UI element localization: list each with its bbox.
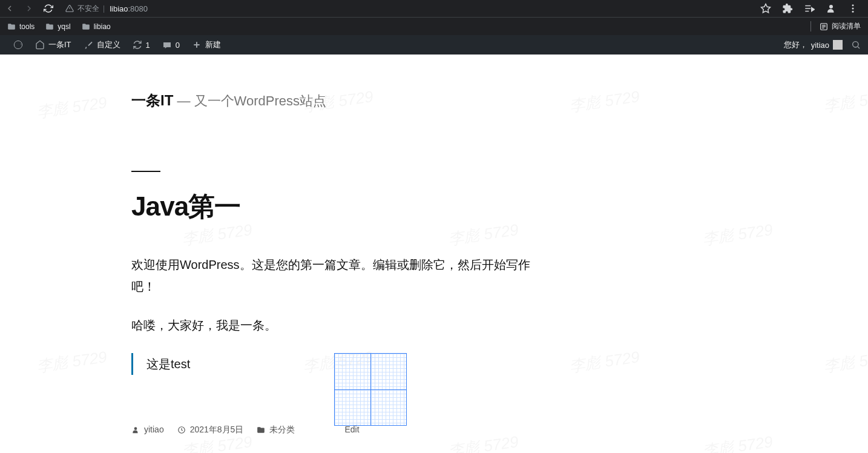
meta-date-value: 2021年8月5日 xyxy=(190,422,244,437)
clock-icon xyxy=(177,426,186,434)
meta-author-value: yitiao xyxy=(144,422,164,437)
content-area: 李彪 5729 李彪 5729 李彪 5729 李彪 5729 李彪 5729 … xyxy=(0,55,868,453)
wp-admin-left: 一条IT 自定义 1 0 新建 xyxy=(7,35,227,55)
grid-placeholder xyxy=(334,353,407,426)
insecure-badge: 不安全 | xyxy=(65,4,105,14)
folder-icon xyxy=(257,426,265,434)
wp-comments-count: 0 xyxy=(176,41,180,50)
menu-icon[interactable] xyxy=(847,3,858,14)
watermark: 李彪 5729 xyxy=(35,92,108,123)
wp-site-link[interactable]: 一条IT xyxy=(29,35,77,55)
reading-list-label: 阅读清单 xyxy=(832,21,861,31)
playlist-icon[interactable] xyxy=(804,3,815,14)
wp-new-link[interactable]: 新建 xyxy=(186,35,227,55)
bookmark-libiao[interactable]: libiao xyxy=(82,22,111,31)
watermark: 李彪 5729 xyxy=(822,346,868,377)
post-divider xyxy=(131,171,160,172)
warning-icon xyxy=(65,4,74,13)
brush-icon xyxy=(84,40,93,50)
browser-toolbar: 不安全 | libiao:8080 xyxy=(0,0,868,17)
wp-logo-button[interactable] xyxy=(7,35,29,55)
bookmark-label: yqsl xyxy=(58,22,70,31)
home-icon xyxy=(35,40,45,50)
site-tagline: 又一个WordPress站点 xyxy=(194,93,326,108)
wp-comments-link[interactable]: 0 xyxy=(156,35,186,55)
post-paragraph: 哈喽，大家好，我是一条。 xyxy=(131,314,543,336)
wordpress-icon xyxy=(13,40,23,50)
comment-icon xyxy=(162,40,172,50)
wp-updates-link[interactable]: 1 xyxy=(127,35,156,55)
wp-customize-link[interactable]: 自定义 xyxy=(77,35,127,55)
reload-icon[interactable] xyxy=(44,4,53,13)
wp-site-name: 一条IT xyxy=(48,39,71,50)
meta-date[interactable]: 2021年8月5日 xyxy=(177,422,244,437)
bookmarks-bar: tools yqsl libiao 阅读清单 xyxy=(0,17,868,35)
svg-point-7 xyxy=(829,5,833,8)
meta-category-value: 未分类 xyxy=(269,422,295,437)
back-icon[interactable] xyxy=(5,4,15,13)
meta-category[interactable]: 未分类 xyxy=(257,422,295,437)
wp-admin-right: 您好， yitiao xyxy=(778,35,861,55)
site-tagline-sep: — xyxy=(173,93,194,108)
update-icon xyxy=(133,40,142,50)
bookmark-tools[interactable]: tools xyxy=(7,22,35,31)
forward-icon[interactable] xyxy=(24,4,34,13)
svg-point-10 xyxy=(852,11,854,13)
bookmark-label: libiao xyxy=(94,22,111,31)
wp-customize-label: 自定义 xyxy=(97,39,120,50)
reading-list-button[interactable]: 阅读清单 xyxy=(810,21,861,31)
reading-list-icon xyxy=(820,22,828,31)
watermark: 李彪 5729 xyxy=(822,86,868,117)
watermark: 李彪 5729 xyxy=(35,346,108,377)
search-icon[interactable] xyxy=(851,40,861,50)
folder-icon xyxy=(7,22,16,31)
person-icon xyxy=(131,426,140,434)
url-text: libiao:8080 xyxy=(110,4,148,13)
blockquote-row: 这是test xyxy=(131,353,737,392)
svg-point-8 xyxy=(852,4,854,6)
bookmark-label: tools xyxy=(19,22,35,31)
url-host: libiao xyxy=(110,4,128,13)
post-meta: yitiao 2021年8月5日 未分类 Edit xyxy=(131,422,737,437)
folder-icon xyxy=(45,22,54,31)
svg-point-20 xyxy=(134,427,137,430)
url-port: :8080 xyxy=(128,4,148,13)
nav-arrows xyxy=(5,4,53,13)
blockquote: 这是test xyxy=(131,353,331,375)
svg-point-9 xyxy=(852,8,854,10)
post-paragraph: 欢迎使用WordPress。这是您的第一篇文章。编辑或删除它，然后开始写作吧！ xyxy=(131,254,543,297)
svg-point-18 xyxy=(853,42,858,47)
address-bar[interactable]: 不安全 | libiao:8080 xyxy=(65,4,148,14)
plus-icon xyxy=(192,40,202,50)
wp-new-label: 新建 xyxy=(205,39,221,50)
site-title[interactable]: 一条IT xyxy=(131,92,173,108)
profile-icon[interactable] xyxy=(826,3,837,14)
svg-marker-2 xyxy=(761,4,771,13)
wp-greeting: 您好， xyxy=(784,39,807,50)
post-title[interactable]: Java第一 xyxy=(131,189,737,225)
wp-admin-bar: 一条IT 自定义 1 0 新建 您好， yitiao xyxy=(0,35,868,55)
extensions-icon[interactable] xyxy=(782,3,793,14)
post-content: 欢迎使用WordPress。这是您的第一篇文章。编辑或删除它，然后开始写作吧！ … xyxy=(131,254,737,437)
folder-icon xyxy=(82,22,90,31)
browser-actions xyxy=(760,3,863,14)
insecure-label: 不安全 xyxy=(77,4,99,14)
site-header: 一条IT — 又一个WordPress站点 xyxy=(131,91,737,110)
wp-updates-count: 1 xyxy=(146,41,150,50)
meta-author[interactable]: yitiao xyxy=(131,422,164,437)
wp-page: 一条IT — 又一个WordPress站点 Java第一 欢迎使用WordPre… xyxy=(131,55,737,437)
blockquote-text: 这是test xyxy=(146,357,190,371)
avatar xyxy=(833,40,843,50)
svg-marker-6 xyxy=(812,8,815,12)
wp-account-link[interactable]: 您好， yitiao xyxy=(778,35,846,55)
wp-username: yitiao xyxy=(811,41,829,50)
bookmark-yqsl[interactable]: yqsl xyxy=(45,22,70,31)
svg-line-19 xyxy=(858,47,860,48)
star-icon[interactable] xyxy=(760,3,771,14)
